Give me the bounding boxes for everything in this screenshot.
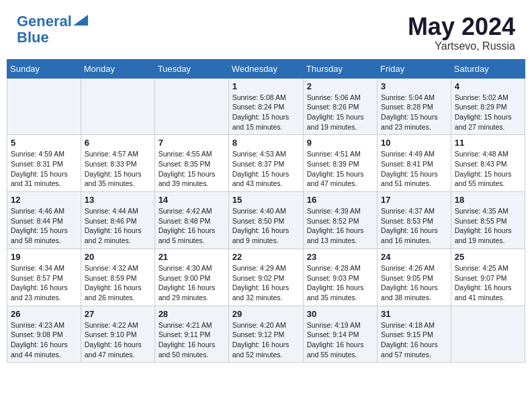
day-info: Sunrise: 4:53 AMSunset: 8:37 PMDaylight:… xyxy=(232,149,300,189)
day-number: 14 xyxy=(159,195,225,205)
day-info: Sunrise: 4:19 AMSunset: 9:14 PMDaylight:… xyxy=(307,320,373,360)
day-number: 2 xyxy=(307,81,373,91)
day-cell: 15Sunrise: 4:40 AMSunset: 8:50 PMDayligh… xyxy=(228,192,303,249)
day-info: Sunrise: 4:34 AMSunset: 8:57 PMDaylight:… xyxy=(11,263,77,303)
day-info: Sunrise: 4:23 AMSunset: 9:08 PMDaylight:… xyxy=(11,320,77,360)
day-number: 19 xyxy=(11,252,77,262)
day-info: Sunrise: 4:55 AMSunset: 8:35 PMDaylight:… xyxy=(159,149,225,189)
day-info: Sunrise: 4:59 AMSunset: 8:31 PMDaylight:… xyxy=(11,149,77,189)
day-cell: 31Sunrise: 4:18 AMSunset: 9:15 PMDayligh… xyxy=(378,306,451,363)
day-number: 27 xyxy=(85,309,151,319)
day-cell: 2Sunrise: 5:06 AMSunset: 8:26 PMDaylight… xyxy=(303,78,377,135)
logo: General Blue xyxy=(17,13,88,46)
logo-icon xyxy=(73,15,88,26)
day-cell xyxy=(451,306,525,363)
day-cell: 26Sunrise: 4:23 AMSunset: 9:08 PMDayligh… xyxy=(7,306,81,363)
day-number: 6 xyxy=(85,138,151,148)
day-cell: 27Sunrise: 4:22 AMSunset: 9:10 PMDayligh… xyxy=(81,306,154,363)
week-row-3: 12Sunrise: 4:46 AMSunset: 8:44 PMDayligh… xyxy=(7,192,525,249)
day-cell: 12Sunrise: 4:46 AMSunset: 8:44 PMDayligh… xyxy=(7,192,81,249)
day-info: Sunrise: 4:57 AMSunset: 8:33 PMDaylight:… xyxy=(85,149,151,189)
day-number: 16 xyxy=(307,195,373,205)
day-cell: 17Sunrise: 4:37 AMSunset: 8:53 PMDayligh… xyxy=(378,192,451,249)
day-cell: 30Sunrise: 4:19 AMSunset: 9:14 PMDayligh… xyxy=(303,306,377,363)
day-number: 8 xyxy=(232,138,300,148)
day-info: Sunrise: 4:25 AMSunset: 9:07 PMDaylight:… xyxy=(455,263,521,303)
day-info: Sunrise: 4:40 AMSunset: 8:50 PMDaylight:… xyxy=(232,206,300,246)
day-info: Sunrise: 4:20 AMSunset: 9:12 PMDaylight:… xyxy=(232,320,300,360)
day-number: 13 xyxy=(85,195,151,205)
day-info: Sunrise: 4:32 AMSunset: 8:59 PMDaylight:… xyxy=(85,263,151,303)
day-number: 28 xyxy=(159,309,225,319)
day-cell xyxy=(154,78,228,135)
day-info: Sunrise: 4:49 AMSunset: 8:41 PMDaylight:… xyxy=(381,149,447,189)
calendar-table: SundayMondayTuesdayWednesdayThursdayFrid… xyxy=(7,59,525,363)
day-info: Sunrise: 4:46 AMSunset: 8:44 PMDaylight:… xyxy=(11,206,77,246)
day-number: 17 xyxy=(381,195,447,205)
day-cell: 22Sunrise: 4:29 AMSunset: 9:02 PMDayligh… xyxy=(228,248,303,306)
day-info: Sunrise: 4:30 AMSunset: 9:00 PMDaylight:… xyxy=(159,263,225,303)
day-cell: 11Sunrise: 4:48 AMSunset: 8:43 PMDayligh… xyxy=(451,135,525,192)
day-cell: 13Sunrise: 4:44 AMSunset: 8:46 PMDayligh… xyxy=(81,192,154,249)
day-number: 15 xyxy=(232,195,300,205)
day-cell xyxy=(7,78,81,135)
day-cell: 21Sunrise: 4:30 AMSunset: 9:00 PMDayligh… xyxy=(154,248,228,306)
day-number: 4 xyxy=(455,81,521,91)
weekday-header-saturday: Saturday xyxy=(451,59,525,78)
day-cell: 3Sunrise: 5:04 AMSunset: 8:28 PMDaylight… xyxy=(378,78,451,135)
day-info: Sunrise: 4:44 AMSunset: 8:46 PMDaylight:… xyxy=(85,206,151,246)
day-number: 12 xyxy=(11,195,77,205)
day-number: 23 xyxy=(307,252,373,262)
weekday-header-sunday: Sunday xyxy=(7,59,81,78)
day-info: Sunrise: 4:39 AMSunset: 8:52 PMDaylight:… xyxy=(307,206,373,246)
day-cell: 6Sunrise: 4:57 AMSunset: 8:33 PMDaylight… xyxy=(81,135,154,192)
day-number: 5 xyxy=(11,138,77,148)
day-number: 26 xyxy=(11,309,77,319)
day-info: Sunrise: 4:18 AMSunset: 9:15 PMDaylight:… xyxy=(381,320,447,360)
day-info: Sunrise: 5:06 AMSunset: 8:26 PMDaylight:… xyxy=(307,93,373,132)
day-cell: 25Sunrise: 4:25 AMSunset: 9:07 PMDayligh… xyxy=(451,248,525,306)
day-cell: 7Sunrise: 4:55 AMSunset: 8:35 PMDaylight… xyxy=(154,135,228,192)
day-info: Sunrise: 4:21 AMSunset: 9:11 PMDaylight:… xyxy=(159,320,225,360)
day-cell: 5Sunrise: 4:59 AMSunset: 8:31 PMDaylight… xyxy=(7,135,81,192)
day-info: Sunrise: 4:29 AMSunset: 9:02 PMDaylight:… xyxy=(232,263,300,303)
day-cell: 4Sunrise: 5:02 AMSunset: 8:29 PMDaylight… xyxy=(451,78,525,135)
day-cell: 10Sunrise: 4:49 AMSunset: 8:41 PMDayligh… xyxy=(378,135,451,192)
page-header: General Blue May 2024 Yartsevo, Russia xyxy=(7,7,525,56)
day-cell: 8Sunrise: 4:53 AMSunset: 8:37 PMDaylight… xyxy=(228,135,303,192)
day-cell xyxy=(81,78,154,135)
day-cell: 14Sunrise: 4:42 AMSunset: 8:48 PMDayligh… xyxy=(154,192,228,249)
day-info: Sunrise: 4:22 AMSunset: 9:10 PMDaylight:… xyxy=(85,320,151,360)
day-cell: 1Sunrise: 5:08 AMSunset: 8:24 PMDaylight… xyxy=(228,78,303,135)
day-number: 31 xyxy=(381,309,447,319)
location-title: Yartsevo, Russia xyxy=(408,40,515,52)
day-info: Sunrise: 4:35 AMSunset: 8:55 PMDaylight:… xyxy=(455,206,521,246)
day-number: 10 xyxy=(381,138,447,148)
weekday-header-tuesday: Tuesday xyxy=(154,59,228,78)
day-number: 3 xyxy=(381,81,447,91)
day-number: 24 xyxy=(381,252,447,262)
day-cell: 24Sunrise: 4:26 AMSunset: 9:05 PMDayligh… xyxy=(378,248,451,306)
weekday-header-wednesday: Wednesday xyxy=(228,59,303,78)
logo-general: General xyxy=(17,13,72,30)
day-info: Sunrise: 4:48 AMSunset: 8:43 PMDaylight:… xyxy=(455,149,521,189)
day-cell: 18Sunrise: 4:35 AMSunset: 8:55 PMDayligh… xyxy=(451,192,525,249)
day-info: Sunrise: 4:28 AMSunset: 9:03 PMDaylight:… xyxy=(307,263,373,303)
day-number: 9 xyxy=(307,138,373,148)
day-number: 25 xyxy=(455,252,521,262)
day-info: Sunrise: 4:51 AMSunset: 8:39 PMDaylight:… xyxy=(307,149,373,189)
day-number: 7 xyxy=(159,138,225,148)
weekday-header-row: SundayMondayTuesdayWednesdayThursdayFrid… xyxy=(7,59,525,78)
day-info: Sunrise: 4:26 AMSunset: 9:05 PMDaylight:… xyxy=(381,263,447,303)
day-cell: 23Sunrise: 4:28 AMSunset: 9:03 PMDayligh… xyxy=(303,248,377,306)
day-number: 30 xyxy=(307,309,373,319)
logo-text: General xyxy=(17,13,72,30)
week-row-4: 19Sunrise: 4:34 AMSunset: 8:57 PMDayligh… xyxy=(7,248,525,306)
week-row-1: 1Sunrise: 5:08 AMSunset: 8:24 PMDaylight… xyxy=(7,78,525,135)
day-number: 11 xyxy=(455,138,521,148)
day-info: Sunrise: 4:42 AMSunset: 8:48 PMDaylight:… xyxy=(159,206,225,246)
weekday-header-friday: Friday xyxy=(378,59,451,78)
day-cell: 9Sunrise: 4:51 AMSunset: 8:39 PMDaylight… xyxy=(303,135,377,192)
day-cell: 29Sunrise: 4:20 AMSunset: 9:12 PMDayligh… xyxy=(228,306,303,363)
day-number: 20 xyxy=(85,252,151,262)
